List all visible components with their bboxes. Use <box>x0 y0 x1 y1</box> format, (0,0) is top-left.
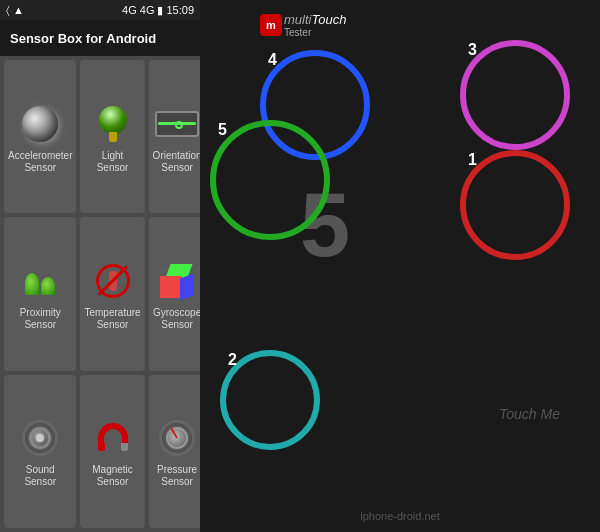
multitouch-logo: m multiTouch Tester <box>260 12 346 38</box>
logo-multitouch: multiTouch <box>284 12 346 27</box>
proximity-label: ProximitySensor <box>20 307 61 331</box>
light-label: LightSensor <box>97 150 129 174</box>
sound-icon <box>18 416 62 460</box>
sensor-item-light[interactable]: LightSensor <box>80 60 144 213</box>
logo-touch-text: Touch <box>311 12 346 27</box>
touch-circle-5[interactable]: 5 <box>210 120 330 240</box>
light-icon <box>91 102 135 146</box>
sensor-item-accelerometer[interactable]: AccelerometerSensor <box>4 60 76 213</box>
sensor-item-orientation[interactable]: OrientationSensor <box>149 60 206 213</box>
circle-3-number: 3 <box>468 41 477 59</box>
app-title: Sensor Box for Android <box>10 31 156 46</box>
gyroscope-label: GyroscopeSensor <box>153 307 201 331</box>
accelerometer-label: AccelerometerSensor <box>8 150 72 174</box>
orientation-icon <box>155 102 199 146</box>
sensor-item-magnetic[interactable]: MagneticSensor <box>80 375 144 528</box>
sensor-item-gyroscope[interactable]: GyroscopeSensor <box>149 217 206 370</box>
touch-circle-3[interactable]: 3 <box>460 40 570 150</box>
sensor-grid: AccelerometerSensor LightSensor Orientat… <box>0 56 200 532</box>
accelerometer-icon <box>18 102 62 146</box>
wifi-icon: 〈 <box>6 4 10 17</box>
circle-2-number: 2 <box>228 351 237 369</box>
gyroscope-icon <box>155 259 199 303</box>
touch-circle-2[interactable]: 2 <box>220 350 320 450</box>
pressure-label: PressureSensor <box>157 464 197 488</box>
temperature-label: TemperatureSensor <box>84 307 140 331</box>
logo-multi-text: multi <box>284 12 311 27</box>
logo-badge-text: m <box>266 19 276 31</box>
time-text: 15:09 <box>166 4 194 16</box>
logo-tester-text: Tester <box>284 27 346 38</box>
battery-icon: ▮ <box>157 4 163 17</box>
sensor-item-temperature[interactable]: TemperatureSensor <box>80 217 144 370</box>
proximity-icon <box>18 259 62 303</box>
logo-badge: m <box>260 14 282 36</box>
circle-4-number: 4 <box>268 51 277 69</box>
touch-circle-1[interactable]: 1 <box>460 150 570 260</box>
circle-1-number: 1 <box>468 151 477 169</box>
touch-me-text: Touch Me <box>499 406 560 422</box>
left-panel: 〈 ▲ 4G 4G ▮ 15:09 Sensor Box for Android… <box>0 0 200 532</box>
magnetic-label: MagneticSensor <box>92 464 133 488</box>
network-text: 4G 4G <box>122 4 154 16</box>
magnetic-icon <box>91 416 135 460</box>
right-panel: m multiTouch Tester 5 4 3 5 1 2 Touch Me… <box>200 0 600 532</box>
watermark-text: iphone-droid.net <box>360 510 440 522</box>
signal-icon: ▲ <box>13 4 24 16</box>
status-bar-left: 〈 ▲ <box>6 4 24 17</box>
sensor-item-sound[interactable]: SoundSensor <box>4 375 76 528</box>
temperature-icon <box>91 259 135 303</box>
sound-label: SoundSensor <box>24 464 56 488</box>
sensor-item-proximity[interactable]: ProximitySensor <box>4 217 76 370</box>
orientation-label: OrientationSensor <box>153 150 202 174</box>
status-bar: 〈 ▲ 4G 4G ▮ 15:09 <box>0 0 200 20</box>
app-title-bar: Sensor Box for Android <box>0 20 200 56</box>
status-bar-right: 4G 4G ▮ 15:09 <box>122 4 194 17</box>
sensor-item-pressure[interactable]: PressureSensor <box>149 375 206 528</box>
pressure-icon <box>155 416 199 460</box>
circle-5-number: 5 <box>218 121 227 139</box>
